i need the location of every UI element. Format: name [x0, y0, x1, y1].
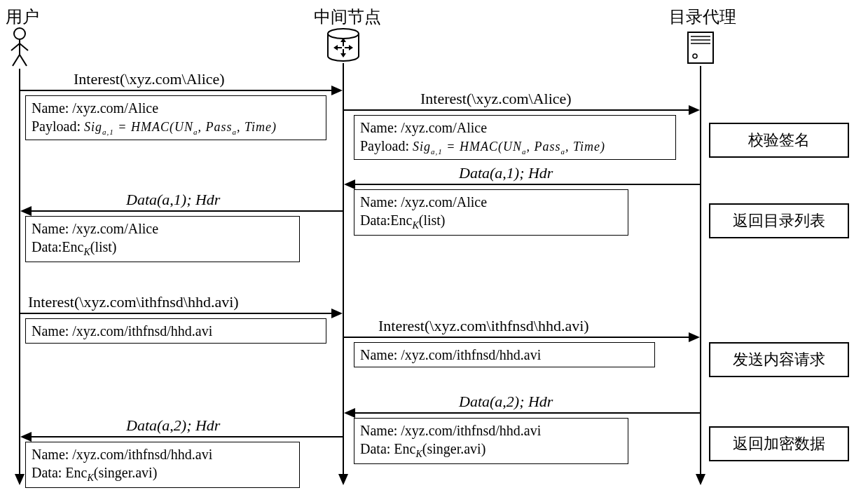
msg-data2-arrow	[344, 408, 355, 418]
msg-interest2b-arrow	[689, 332, 700, 342]
svg-line-3	[20, 43, 28, 50]
msg-data2b-arrow	[20, 432, 32, 442]
box-data2l-data: Data: EncK(singer.avi)	[32, 463, 294, 484]
box-data2-left: Name: /xyz.com/ithfnsd/hhd.avi Data: Enc…	[25, 442, 300, 488]
lifeline-proxy-arrow	[696, 474, 705, 485]
msg-data2b-label: Data(a,2); Hdr	[126, 416, 220, 435]
svg-line-5	[20, 55, 27, 66]
svg-line-4	[13, 55, 20, 66]
msg-data1-arrow	[344, 179, 355, 189]
box-data2-right: Name: /xyz.com/ithfnsd/hhd.avi Data: Enc…	[354, 418, 628, 464]
middle-node-icon	[326, 28, 360, 63]
svg-line-2	[11, 43, 20, 50]
actor-proxy-label: 目录代理	[669, 6, 736, 28]
box-interest2-left: Name: /xyz.com/ithfnsd/hhd.avi	[25, 318, 326, 344]
box-data1l-name: Name: /xyz.com/Alice	[32, 219, 294, 238]
box-data1l-data: Data:EncK(list)	[32, 238, 294, 259]
msg-interest2b-label: Interest(\xyz.com\ithfnsd\hhd.avi)	[378, 317, 589, 335]
msg-interest1b-line	[344, 109, 690, 111]
msg-data1b-label: Data(a,1); Hdr	[126, 191, 220, 209]
action-send-content-request: 发送内容请求	[709, 342, 849, 377]
action-verify-signature: 校验签名	[709, 123, 849, 158]
svg-point-6	[328, 29, 359, 39]
box-data2l-name: Name: /xyz.com/ithfnsd/hhd.avi	[32, 445, 294, 463]
box-data1-left: Name: /xyz.com/Alice Data:EncK(list)	[25, 216, 300, 262]
msg-data2b-line	[30, 436, 343, 437]
lifeline-user	[19, 69, 20, 475]
actor-middle-label: 中间节点	[314, 6, 381, 28]
box3r-name: Name: /xyz.com/ithfnsd/hhd.avi	[360, 346, 649, 364]
actor-user-label: 用户	[6, 6, 39, 28]
action-return-dir-list: 返回目录列表	[709, 203, 849, 238]
svg-marker-13	[333, 45, 338, 50]
msg-interest1-label: Interest(\xyz.com\Alice)	[74, 70, 225, 88]
box-data1r-data: Data:EncK(list)	[360, 211, 622, 232]
box-interest1-right: Name: /xyz.com/Alice Payload: Siga,1 = H…	[354, 115, 676, 160]
svg-point-0	[14, 28, 25, 39]
msg-interest1b-arrow	[689, 105, 700, 115]
msg-data1b-line	[30, 210, 343, 212]
msg-data1-label: Data(a,1); Hdr	[459, 164, 553, 182]
svg-marker-12	[340, 53, 346, 57]
svg-marker-14	[349, 45, 353, 50]
msg-data2-line	[354, 412, 700, 414]
box-interest1-left: Name: /xyz.com/Alice Payload: Siga,1 = H…	[25, 95, 326, 140]
msg-interest1b-label: Interest(\xyz.com\Alice)	[420, 90, 572, 108]
msg-interest2b-line	[344, 337, 690, 338]
msg-interest1-arrow	[331, 86, 343, 95]
lifeline-user-arrow	[15, 474, 25, 485]
msg-data2-label: Data(a,2); Hdr	[459, 393, 553, 411]
lifeline-middle-arrow	[338, 474, 348, 485]
msg-interest2-line	[20, 313, 333, 314]
msg-data1b-arrow	[20, 206, 32, 216]
box1-payload: Payload: Siga,1 = HMAC(UNa, Passa, Time)	[32, 117, 320, 137]
msg-interest2-arrow	[331, 308, 343, 318]
box1-name: Name: /xyz.com/Alice	[32, 99, 320, 117]
box-interest2-right: Name: /xyz.com/ithfnsd/hhd.avi	[354, 342, 655, 367]
msg-interest2-label: Interest(\xyz.com\ithfnsd\hhd.avi)	[28, 293, 239, 311]
box-data2r-data: Data: EncK(singer.avi)	[360, 440, 622, 461]
box-data2r-name: Name: /xyz.com/ithfnsd/hhd.avi	[360, 421, 622, 440]
box1b-name: Name: /xyz.com/Alice	[360, 118, 670, 137]
action-return-encrypted-data: 返回加密数据	[709, 426, 849, 461]
box1b-payload: Payload: Siga,1 = HMAC(UNa, Passa, Time)	[360, 137, 670, 156]
sequence-diagram: 用户 中间节点 目录代理 Interest(\xyz.co	[0, 0, 868, 502]
user-icon	[8, 27, 31, 69]
msg-data1-line	[354, 184, 700, 185]
box3l-name: Name: /xyz.com/ithfnsd/hhd.avi	[32, 322, 320, 340]
lifeline-proxy	[700, 66, 701, 475]
box-data1r-name: Name: /xyz.com/Alice	[360, 193, 622, 211]
msg-interest1-line	[20, 90, 333, 91]
proxy-server-icon	[687, 31, 715, 66]
box-data1-right: Name: /xyz.com/Alice Data:EncK(list)	[354, 189, 628, 236]
